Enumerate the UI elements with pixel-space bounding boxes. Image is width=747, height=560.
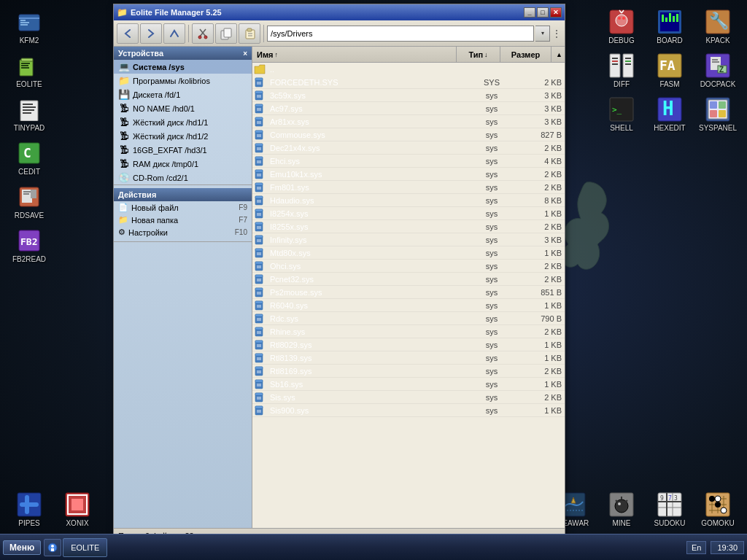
table-row[interactable]: Commouse.sys sys 827 B [252, 128, 565, 141]
desktop-icon-kfm2[interactable]: KFM2 [6, 6, 53, 48]
maximize-button[interactable]: □ [537, 7, 549, 18]
address-bar[interactable]: /sys/Drivers [267, 26, 534, 42]
debug-icon [608, 9, 635, 35]
table-row[interactable]: Infinity.sys sys 3 KB [252, 233, 565, 246]
file-rows-container: FORCEDETH.SYS SYS 2 KB 3c59x.sys sys 3 K… [252, 76, 565, 417]
device-hd11[interactable]: 🗜 Жёсткий диск /hd1/1 [114, 115, 252, 129]
table-row[interactable]: I8255x.sys sys 2 KB [252, 220, 565, 233]
back-button[interactable] [117, 23, 139, 44]
file-icon [252, 274, 267, 284]
table-row[interactable]: Ehci.sys sys 4 KB [252, 155, 565, 168]
file-list-body[interactable]: .. FORCEDETH.SYS SYS 2 KB [252, 63, 565, 528]
device-fd1[interactable]: 💾 Дискета /fd/1 [114, 88, 252, 101]
file-name: Fm801.sys [267, 183, 470, 192]
file-name: Rtl8139.sys [267, 354, 470, 362]
file-size: 1 KB [514, 341, 565, 349]
table-row[interactable]: I8254x.sys sys 1 KB [252, 207, 565, 220]
desktop-icon-mine[interactable]: MINE [598, 489, 645, 531]
action-settings[interactable]: ⚙ Настройки F10 [114, 226, 252, 238]
table-row[interactable]: Sis.sys sys 2 KB [252, 391, 565, 404]
table-row[interactable]: Emu10k1x.sys sys 2 KB [252, 168, 565, 181]
file-name: Rdc.sys [267, 314, 470, 323]
file-manager-content: Устройства × 💻 Система /sys 📁 Программы … [114, 47, 565, 528]
table-row[interactable]: Rdc.sys sys 790 B [252, 312, 565, 325]
taskbar-language[interactable]: En [686, 541, 706, 554]
desktop-icon-hexedit[interactable]: H HEXEDIT [646, 93, 693, 136]
table-row[interactable]: Mtd80x.sys sys 1 KB [252, 246, 565, 260]
toolbar-more[interactable]: ⋮ [551, 23, 562, 44]
desktop-icon-fasm[interactable]: FA FASM [646, 50, 693, 92]
table-row[interactable]: Ar81xx.sys sys 3 KB [252, 115, 565, 128]
table-row[interactable]: Rtl8029.sys sys 1 KB [252, 338, 565, 351]
desktop-icon-syspanel[interactable]: SYSPANEL [694, 93, 741, 136]
table-row[interactable]: 3c59x.sys sys 3 KB [252, 89, 565, 102]
desktop-icon-board[interactable]: BOARD [646, 6, 693, 48]
table-row[interactable]: Hdaudio.sys sys 8 KB [252, 194, 565, 207]
mine-icon-label: MINE [613, 519, 631, 528]
table-row[interactable]: Rtl8169.sys sys 2 KB [252, 365, 565, 378]
table-row[interactable]: Dec21x4x.sys sys 2 KB [252, 141, 565, 155]
table-row[interactable]: Fm801.sys sys 2 KB [252, 181, 565, 194]
device-kolibrios[interactable]: 📁 Программы /kolibrios [114, 74, 252, 88]
table-row[interactable]: Ohci.sys sys 2 KB [252, 260, 565, 273]
up-button[interactable] [163, 23, 185, 44]
file-icon [252, 104, 267, 114]
desktop-icon-diff[interactable]: DIFF [598, 50, 645, 92]
minimize-button[interactable]: _ [524, 7, 535, 18]
taskbar-menu-button[interactable]: Меню [3, 540, 41, 555]
desktop-icon-debug[interactable]: DEBUG [598, 6, 645, 48]
syspanel-icon [705, 96, 731, 122]
address-dropdown[interactable]: ▾ [535, 26, 550, 42]
taskbar-icon-button[interactable] [44, 539, 61, 556]
copy-button[interactable] [215, 23, 237, 44]
device-ram[interactable]: 🗜 RAM диск /tmp0/1 [114, 157, 252, 171]
paste-button[interactable] [239, 23, 260, 44]
device-sys[interactable]: 💻 Система /sys [114, 60, 252, 74]
desktop-icon-cedit[interactable]: C CEDIT [6, 137, 53, 179]
taskbar-app-label: EOLITE [71, 543, 99, 552]
close-button[interactable]: ✕ [550, 7, 562, 18]
table-row[interactable]: Sb16.sys sys 1 KB [252, 378, 565, 391]
table-row[interactable]: Sis900.sys sys 1 KB [252, 404, 565, 417]
desktop-icon-pipes[interactable]: PIPES [6, 489, 53, 531]
cut-button[interactable] [192, 23, 214, 44]
col-header-name[interactable]: Имя ↑ [252, 47, 457, 62]
desktop-icon-eolite[interactable]: EOLITE [6, 50, 53, 92]
desktop-icon-cedit-label: CEDIT [18, 168, 40, 176]
svg-rect-163 [255, 183, 263, 185]
action-new-folder[interactable]: 📁 Новая папка F7 [114, 214, 252, 226]
device-hd0[interactable]: 🗜 NO NAME /hd0/1 [114, 101, 252, 115]
table-row[interactable]: R6040.sys sys 1 KB [252, 299, 565, 312]
desktop-icon-fb2read[interactable]: FB2 FB2READ [6, 225, 53, 267]
devices-close-button[interactable]: × [243, 50, 247, 58]
table-row[interactable]: Pcnet32.sys sys 2 KB [252, 273, 565, 286]
svg-rect-175 [255, 222, 263, 225]
table-row[interactable]: Rtl8139.sys sys 1 KB [252, 351, 565, 365]
file-size: 8 KB [514, 196, 565, 205]
col-header-type[interactable]: Тип ↓ [457, 47, 500, 62]
table-row[interactable]: FORCEDETH.SYS SYS 2 KB [252, 76, 565, 89]
desktop-icon-kpack[interactable]: 🔧 KPACK [694, 6, 741, 48]
desktop-icon-rdsave[interactable]: RDSAVE [6, 181, 53, 223]
file-icon [252, 314, 267, 324]
table-row[interactable]: Ac97.sys sys 3 KB [252, 102, 565, 115]
action-new-file[interactable]: 📄 Новый файл F9 [114, 201, 252, 214]
desktop-icon-docpack[interactable]: Z DOCPACK [694, 50, 741, 92]
desktop-icon-tinypad[interactable]: TINYPAD [6, 93, 53, 136]
device-hd12[interactable]: 🗜 Жёсткий диск /hd1/2 [114, 129, 252, 143]
table-row[interactable]: Rhine.sys sys 2 KB [252, 325, 565, 338]
forward-button[interactable] [140, 23, 162, 44]
device-cd2[interactable]: 💿 CD-Rom /cd2/1 [114, 171, 252, 184]
col-header-size[interactable]: Размер [500, 47, 551, 62]
parent-dir-row[interactable]: .. [252, 63, 565, 76]
svg-rect-45 [625, 61, 631, 62]
desktop-icon-shell[interactable]: >_ SHELL [598, 93, 645, 136]
table-row[interactable]: Ps2mouse.sys sys 851 B [252, 286, 565, 299]
desktop-icon-sudoku[interactable]: 973 SUDOKU [646, 489, 693, 531]
desktop-icon-xonix[interactable]: XONIX [54, 489, 101, 531]
desktop-icon-gomoku[interactable]: GOMOKU [694, 489, 741, 531]
device-hd3[interactable]: 🗜 16GB_EXFAT /hd3/1 [114, 143, 252, 157]
list-header: Имя ↑ Тип ↓ Размер ▲ [252, 47, 565, 63]
taskbar-app-button[interactable]: EOLITE [63, 538, 107, 557]
svg-rect-21 [31, 190, 36, 198]
